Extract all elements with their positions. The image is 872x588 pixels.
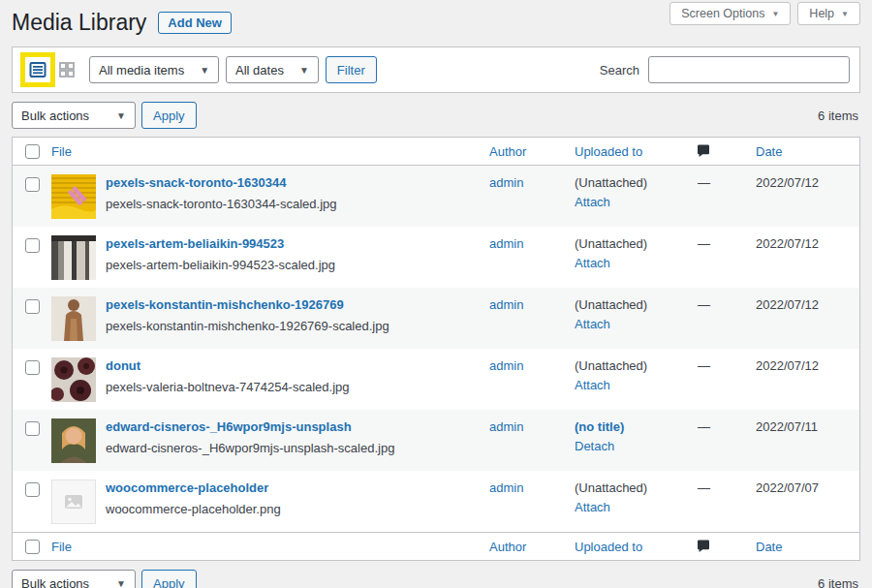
grid-view-button[interactable] [55, 58, 78, 81]
table-row: donut pexels-valeria-boltneva-7474254-sc… [13, 349, 859, 410]
author-link[interactable]: admin [489, 174, 523, 190]
media-title-link[interactable]: woocommerce-placeholder [106, 480, 281, 495]
column-header-file[interactable]: File [51, 144, 72, 159]
author-link[interactable]: admin [489, 235, 523, 251]
thumbnail-image[interactable] [51, 235, 96, 280]
row-checkbox[interactable] [25, 360, 40, 375]
table-row: pexels-snack-toronto-1630344 pexels-snac… [13, 166, 859, 227]
row-checkbox[interactable] [25, 238, 40, 253]
comments-count: — [696, 357, 756, 373]
media-filename: pexels-konstantin-mishchenko-1926769-sca… [106, 319, 389, 333]
help-label: Help [809, 7, 834, 20]
upload-date: 2022/07/12 [756, 357, 859, 373]
comments-count: — [696, 418, 756, 434]
table-footer-row: File Author Uploaded to Date [13, 532, 859, 560]
media-type-filter-select[interactable]: All media items ▼ [89, 56, 219, 83]
filter-toolbar: All media items ▼ All dates ▼ Filter Sea… [12, 46, 860, 93]
row-checkbox[interactable] [25, 177, 40, 192]
grid-view-icon [57, 60, 77, 79]
add-new-button[interactable]: Add New [158, 12, 232, 34]
media-list-table: File Author Uploaded to Date [12, 137, 860, 561]
items-count: 6 items [818, 576, 860, 588]
attach-link[interactable]: Attach [575, 378, 610, 392]
attach-link[interactable]: Attach [575, 317, 610, 331]
search-group: Search [600, 56, 852, 83]
row-checkbox[interactable] [25, 421, 40, 436]
media-filename: pexels-valeria-boltneva-7474254-scaled.j… [106, 380, 350, 394]
list-view-icon [28, 60, 47, 79]
column-footer-date[interactable]: Date [756, 540, 782, 554]
media-filename: woocommerce-placeholder.png [106, 502, 281, 516]
thumbnail-image[interactable] [51, 418, 96, 463]
column-header-uploaded-to[interactable]: Uploaded to [575, 144, 642, 159]
uploaded-to-status: (Unattached) [575, 175, 696, 190]
media-title-link[interactable]: edward-cisneros-_H6wpor9mjs-unsplash [106, 419, 394, 434]
row-checkbox[interactable] [25, 482, 40, 497]
apply-button[interactable]: Apply [141, 570, 197, 588]
filter-controls: All media items ▼ All dates ▼ Filter [20, 52, 377, 87]
media-type-filter-value: All media items [99, 63, 184, 77]
thumbnail-image[interactable] [51, 296, 96, 341]
date-filter-select[interactable]: All dates ▼ [226, 56, 319, 83]
author-link[interactable]: admin [489, 296, 523, 312]
row-checkbox[interactable] [25, 299, 40, 314]
attach-link[interactable]: Attach [575, 195, 610, 209]
column-footer-uploaded-to[interactable]: Uploaded to [575, 540, 642, 554]
view-mode-switcher [20, 52, 78, 87]
comment-bubble-icon[interactable] [696, 539, 711, 554]
filter-button[interactable]: Filter [326, 56, 377, 83]
column-footer-file[interactable]: File [51, 540, 72, 554]
chevron-down-icon: ▼ [841, 10, 849, 18]
bulk-actions-select[interactable]: Bulk actions ▼ [12, 102, 136, 129]
author-link[interactable]: admin [489, 418, 523, 434]
author-link[interactable]: admin [489, 480, 523, 495]
thumbnail-image[interactable] [51, 480, 96, 524]
column-footer-author[interactable]: Author [489, 540, 526, 554]
upload-date: 2022/07/07 [756, 480, 859, 495]
attach-link[interactable]: Attach [575, 256, 610, 270]
bulk-actions-controls: Bulk actions ▼ Apply [12, 570, 197, 588]
thumbnail-image[interactable] [51, 174, 96, 219]
bulk-actions-value: Bulk actions [21, 108, 89, 123]
comment-bubble-icon[interactable] [696, 143, 711, 159]
screen-options-button[interactable]: Screen Options ▼ [670, 2, 791, 25]
upload-date: 2022/07/12 [756, 174, 859, 190]
upload-date: 2022/07/12 [756, 296, 859, 312]
media-library-page: Media Library Add New [0, 0, 872, 588]
detach-link[interactable]: Detach [575, 439, 614, 453]
media-filename: pexels-snack-toronto-1630344-scaled.jpg [106, 197, 336, 211]
thumbnail-image[interactable] [51, 357, 96, 402]
uploaded-to-status: (Unattached) [575, 358, 696, 373]
uploaded-to-status: (Unattached) [575, 480, 696, 495]
table-row: edward-cisneros-_H6wpor9mjs-unsplash edw… [13, 410, 859, 471]
comments-count: — [696, 480, 756, 495]
upload-date: 2022/07/12 [756, 235, 859, 251]
select-all-checkbox[interactable] [25, 144, 40, 159]
column-header-author[interactable]: Author [489, 144, 526, 159]
table-body: pexels-snack-toronto-1630344 pexels-snac… [13, 166, 859, 532]
uploaded-to-status: (Unattached) [575, 297, 696, 312]
list-view-highlight-annotation [20, 52, 55, 87]
help-button[interactable]: Help ▼ [797, 2, 860, 25]
media-title-link[interactable]: pexels-snack-toronto-1630344 [106, 175, 336, 190]
column-header-date[interactable]: Date [756, 144, 782, 159]
uploaded-to-status: (Unattached) [575, 236, 696, 251]
attach-link[interactable]: Attach [575, 500, 610, 514]
bulk-actions-value: Bulk actions [21, 576, 89, 588]
comments-count: — [696, 174, 756, 190]
chevron-down-icon: ▼ [200, 65, 209, 76]
list-view-button[interactable] [26, 58, 49, 81]
search-input[interactable] [648, 56, 850, 83]
apply-button[interactable]: Apply [141, 102, 197, 129]
media-title-link[interactable]: pexels-artem-beliaikin-994523 [106, 236, 335, 251]
media-title-link[interactable]: donut [106, 358, 350, 373]
chevron-down-icon: ▼ [116, 110, 126, 121]
table-header-row: File Author Uploaded to Date [13, 138, 859, 166]
bulk-actions-select[interactable]: Bulk actions ▼ [12, 570, 136, 588]
select-all-checkbox[interactable] [25, 540, 40, 554]
uploaded-to-post-link[interactable]: (no title) [575, 419, 696, 434]
media-title-link[interactable]: pexels-konstantin-mishchenko-1926769 [106, 297, 389, 312]
page-title: Media Library [12, 10, 146, 36]
comments-count: — [696, 235, 756, 251]
author-link[interactable]: admin [489, 357, 523, 373]
